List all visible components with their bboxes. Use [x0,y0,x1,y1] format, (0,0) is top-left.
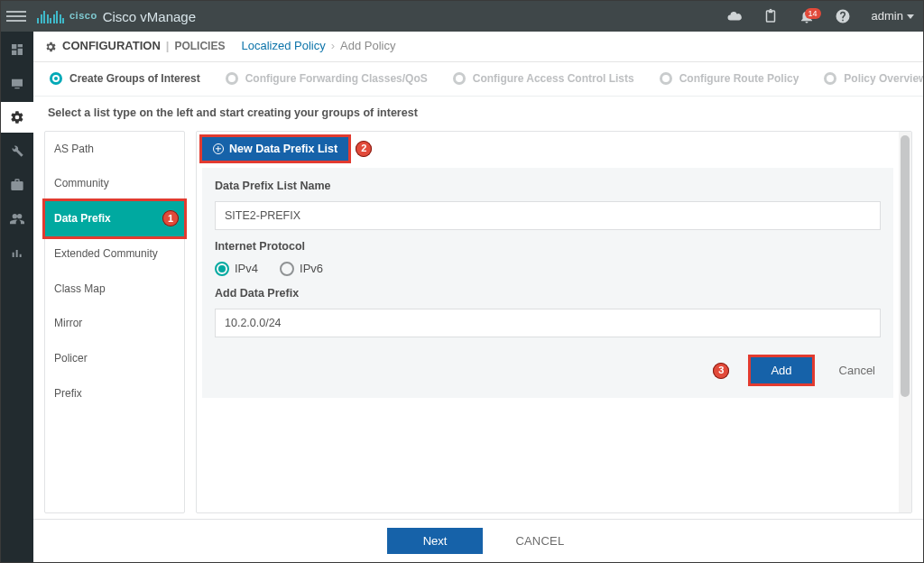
crumb-link[interactable]: Localized Policy [241,38,325,54]
step-overview[interactable]: Policy Overview [824,71,923,87]
nav-tools-icon[interactable] [8,142,26,160]
tasks-icon[interactable] [758,8,783,25]
chevron-down-icon [907,14,914,19]
detail-panel: New Data Prefix List 2 Data Prefix List … [196,131,912,514]
list-item-aspath[interactable]: AS Path [45,132,184,167]
callout-1: 1 [162,210,179,226]
new-data-prefix-button[interactable]: New Data Prefix List [202,137,348,161]
prefix-input[interactable] [215,309,881,337]
cisco-logo-icon [37,9,64,23]
list-item-prefix[interactable]: Prefix [45,376,184,411]
list-item-mirror[interactable]: Mirror [45,306,184,341]
nav-maintenance-icon[interactable] [8,176,26,194]
brand-logo: cisco Cisco vManage [37,7,196,26]
list-item-classmap[interactable]: Class Map [45,272,184,307]
step-route[interactable]: Configure Route Policy [660,71,799,87]
notifications-badge: 14 [805,8,821,19]
footer-cancel-button[interactable]: CANCEL [510,533,569,549]
crumb-current: Add Policy [340,38,395,54]
notifications-icon[interactable]: 14 [794,8,819,25]
name-input[interactable] [215,201,881,230]
nav-dashboard-icon[interactable] [8,41,26,59]
callout-2: 2 [356,141,372,157]
top-bar: cisco Cisco vManage 14 admin [1,1,923,32]
add-button[interactable]: Add [751,357,811,383]
menu-toggle-icon[interactable] [6,11,26,22]
plus-icon [213,143,224,154]
panel-scrollbar[interactable] [899,132,911,513]
help-icon[interactable] [830,8,855,25]
list-item-community[interactable]: Community [45,166,184,201]
wizard-footer: Next CANCEL [33,519,923,562]
user-name: admin [872,8,903,24]
wizard-steps: Create Groups of Interest Configure Forw… [33,62,923,97]
nav-monitor-icon[interactable] [8,75,26,93]
gear-icon [44,41,57,53]
product-name: Cisco vManage [103,7,196,26]
list-type-sidebar: AS Path Community Data Prefix 1 Extended… [44,131,185,514]
step-acl[interactable]: Configure Access Control Lists [453,71,634,87]
crumb-section: CONFIGURATION [62,38,161,54]
callout-3: 3 [713,363,729,379]
prefix-label: Add Data Prefix [215,286,881,302]
list-item-extcommunity[interactable]: Extended Community [45,236,184,272]
nav-analytics-icon[interactable] [8,245,26,263]
step-qos[interactable]: Configure Forwarding Classes/QoS [226,71,428,87]
nav-configuration-icon[interactable] [1,102,33,133]
create-form: Data Prefix List Name Internet Protocol … [202,168,893,399]
user-menu[interactable]: admin [872,8,914,24]
name-label: Data Prefix List Name [215,179,881,195]
protocol-label: Internet Protocol [215,239,881,255]
step-groups[interactable]: Create Groups of Interest [50,71,200,87]
next-button[interactable]: Next [387,528,484,554]
list-item-policer[interactable]: Policer [45,341,184,376]
breadcrumb: CONFIGURATION | POLICIES Localized Polic… [33,32,923,62]
crumb-subsection: POLICIES [174,39,225,54]
radio-ipv6[interactable]: IPv6 [280,261,323,277]
cloud-icon[interactable] [722,8,747,25]
nav-rail [1,32,33,562]
list-item-dataprefix[interactable]: Data Prefix 1 [45,201,184,236]
radio-ipv4[interactable]: IPv4 [215,261,258,277]
instruction-text: Select a list type on the left and start… [33,97,923,131]
nav-administration-icon[interactable] [8,210,26,228]
cancel-button[interactable]: Cancel [834,363,881,378]
